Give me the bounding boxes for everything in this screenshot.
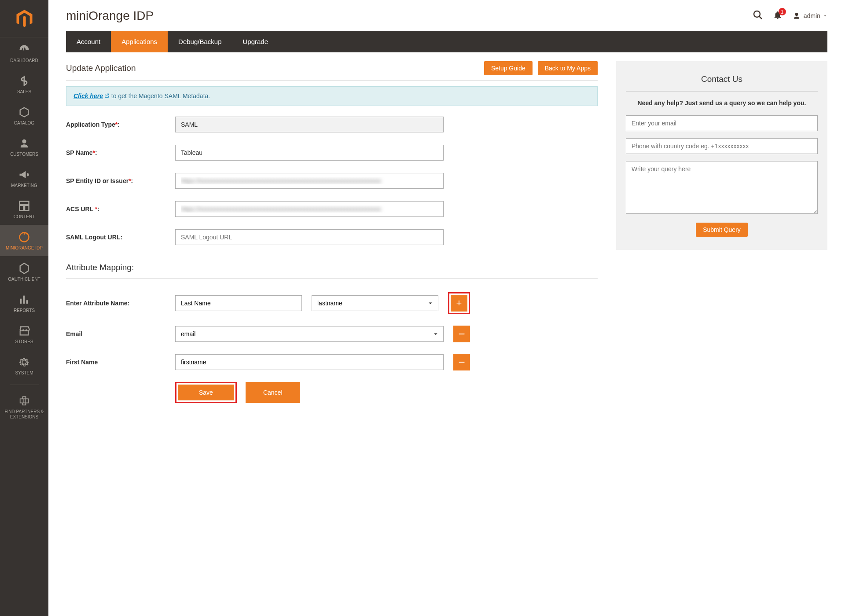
contact-query-textarea[interactable] <box>626 161 818 214</box>
magento-logo[interactable] <box>0 0 48 37</box>
attr-name-input[interactable] <box>175 295 302 311</box>
attr-email-select[interactable]: email <box>175 326 444 342</box>
person-icon <box>2 137 47 150</box>
sidebar-item-catalog[interactable]: CATALOG <box>0 100 48 131</box>
partners-icon <box>2 395 47 407</box>
layout-icon <box>2 200 47 212</box>
attr-row-firstname-label: First Name <box>66 359 175 366</box>
add-attribute-button[interactable]: + <box>451 295 467 312</box>
contact-help-text: Need any help? Just send us a query so w… <box>626 99 818 106</box>
add-attribute-highlight: + <box>448 292 470 314</box>
acs-url-field[interactable] <box>175 201 444 217</box>
attr-firstname-input[interactable] <box>175 354 444 370</box>
entity-label: SP Entity ID or Issuer*: <box>66 177 175 184</box>
contact-email-input[interactable] <box>626 115 818 131</box>
entity-id-field[interactable] <box>175 173 444 189</box>
logout-label: SAML Logout URL: <box>66 234 175 241</box>
sp-name-label: SP Name*: <box>66 149 175 156</box>
bars-icon <box>2 293 47 306</box>
gear-icon <box>2 356 47 368</box>
remove-firstname-button[interactable]: − <box>453 354 470 370</box>
app-type-label: Application Type*: <box>66 121 175 128</box>
header: miniOrange IDP 1 admin <box>48 0 845 31</box>
back-to-apps-button[interactable]: Back to My Apps <box>538 61 598 75</box>
sidebar-item-marketing[interactable]: MARKETING <box>0 162 48 194</box>
external-link-icon <box>104 93 110 100</box>
cancel-button[interactable]: Cancel <box>246 382 300 403</box>
contact-phone-input[interactable] <box>626 138 818 154</box>
sidebar: DASHBOARD SALES CATALOG CUSTOMERS MARKET… <box>0 0 48 616</box>
chevron-down-icon <box>823 14 827 18</box>
sidebar-item-dashboard[interactable]: DASHBOARD <box>0 37 48 69</box>
sidebar-item-miniorange-idp[interactable]: miniOrange IDP <box>0 225 48 256</box>
page-title: miniOrange IDP <box>66 9 154 23</box>
notif-badge: 1 <box>779 8 786 15</box>
user-menu[interactable]: admin <box>792 11 827 20</box>
sidebar-item-reports[interactable]: REPORTS <box>0 287 48 319</box>
sidebar-item-content[interactable]: CONTENT <box>0 194 48 225</box>
user-label: admin <box>804 12 820 19</box>
search-icon[interactable] <box>753 10 763 22</box>
app-type-field[interactable] <box>175 117 444 132</box>
attr-title: Attribute Mapping: <box>66 263 598 272</box>
dollar-icon <box>2 75 47 87</box>
sidebar-item-customers[interactable]: CUSTOMERS <box>0 131 48 162</box>
sidebar-item-partners[interactable]: FIND PARTNERS & EXTENSIONS <box>0 389 48 425</box>
acs-label: ACS URL *: <box>66 205 175 213</box>
contact-title: Contact Us <box>626 74 818 92</box>
megaphone-icon <box>2 169 47 181</box>
cube-icon <box>2 106 47 118</box>
sidebar-item-stores[interactable]: STORES <box>0 319 48 350</box>
enter-attr-label: Enter Attribute Name: <box>66 300 175 307</box>
save-button[interactable]: Save <box>178 385 234 400</box>
contact-card: Contact Us Need any help? Just send us a… <box>616 61 827 250</box>
remove-email-button[interactable]: − <box>453 326 470 342</box>
tab-applications[interactable]: Applications <box>111 31 168 52</box>
hexagon-icon <box>2 262 47 275</box>
notifications[interactable]: 1 <box>773 10 783 22</box>
tab-upgrade[interactable]: Upgrade <box>232 31 279 52</box>
tabs: Account Applications Debug/Backup Upgrad… <box>66 31 827 52</box>
sidebar-separator <box>10 385 39 385</box>
setup-guide-button[interactable]: Setup Guide <box>484 61 533 75</box>
save-highlight: Save <box>175 382 237 403</box>
sidebar-item-oauth-client[interactable]: OAUTH CLIENT <box>0 256 48 287</box>
svg-point-1 <box>754 11 760 17</box>
metadata-link[interactable]: Click here <box>73 92 110 99</box>
mo-idp-icon <box>2 231 47 243</box>
attr-value-select[interactable]: lastname <box>312 295 438 311</box>
tab-debug-backup[interactable]: Debug/Backup <box>168 31 232 52</box>
sidebar-item-sales[interactable]: SALES <box>0 69 48 100</box>
store-icon <box>2 325 47 337</box>
tab-account[interactable]: Account <box>66 31 111 52</box>
main: miniOrange IDP 1 admin Account App <box>48 0 845 616</box>
sp-name-field[interactable] <box>175 145 444 161</box>
submit-query-button[interactable]: Submit Query <box>696 223 748 237</box>
attr-row-email-label: Email <box>66 330 175 337</box>
logout-url-field[interactable] <box>175 229 444 245</box>
sidebar-item-system[interactable]: SYSTEM <box>0 350 48 381</box>
section-title: Update Application <box>66 63 136 73</box>
metadata-info: Click here to get the Magento SAML Metad… <box>66 86 598 106</box>
dashboard-icon <box>2 44 47 56</box>
